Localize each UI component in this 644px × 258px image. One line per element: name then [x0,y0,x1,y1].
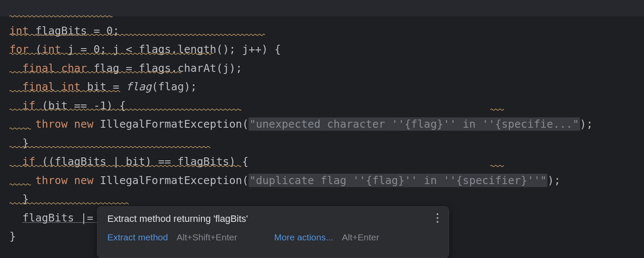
brace-close: } [9,230,16,243]
code-text: . [171,62,177,74]
keyword-for: for [9,43,29,55]
keyword-if: if [22,155,35,168]
identifier-flags: flags [139,43,171,55]
code-text [94,174,100,187]
code-text [67,174,74,187]
code-text: ) { [106,99,126,112]
code-text: ); [547,174,560,187]
keyword-throw: throw [35,174,67,187]
intention-title: Extract method returning 'flagBits' [107,213,440,224]
code-text [67,118,74,130]
code-text: ; [100,43,113,55]
code-text: ( [242,118,249,130]
keyword-int: int [9,25,29,37]
kebab-icon[interactable] [434,212,441,224]
code-text: ( [242,174,249,187]
keyword-new: new [74,174,94,187]
identifier-flag: flag [94,62,119,74]
keyword-char: char [61,62,87,74]
code-text: ((flagBits | bit) == flagBits) { [35,155,249,168]
identifier-bit: bit [87,80,106,93]
code-text: = [87,25,106,37]
keyword-int: int [42,43,61,55]
code-text [55,80,61,93]
identifier-flagbits: flagBits [35,25,87,37]
method-charat: charAt [177,62,216,74]
shortcut-hint: Alt+Enter [342,232,379,243]
identifier-j: j [113,43,119,55]
intention-popup[interactable]: Extract method returning 'flagBits' Extr… [97,206,449,258]
keyword-final: final [22,80,55,93]
keyword-throw: throw [35,118,67,130]
code-text: = [106,80,126,93]
code-text: (); [216,43,242,55]
code-text: (flag); [152,80,197,93]
folded-string-literal[interactable]: "unexpected character ''{flag}'' in ''{s… [249,117,580,131]
folded-string-literal[interactable]: "duplicate flag ''{flag}'' in ''{specifi… [249,174,547,187]
code-text: ( [29,43,42,55]
class-illegalformatexception: IllegalFormatException [100,118,242,130]
code-text: = [74,43,94,55]
code-editor-viewport[interactable]: int flagBits = 0; for (int j = 0; j < fl… [0,0,644,258]
code-text [87,62,94,74]
code-text [94,118,100,130]
code-text: (j); [216,62,242,74]
code-text [61,43,67,55]
method-flag: flag [126,80,152,93]
identifier-flags: flags [139,62,171,74]
keyword-int: int [61,80,80,93]
identifier-j: j [242,43,249,55]
extract-method-action[interactable]: Extract method [107,232,168,243]
number-literal: 0 [94,43,100,55]
number-literal: 1 [100,99,106,112]
code-text [81,80,87,93]
keyword-new: new [74,118,94,130]
more-actions-action[interactable]: More actions... [274,232,333,243]
code-text [55,62,61,74]
class-illegalformatexception: IllegalFormatException [100,174,242,187]
brace-close: } [22,137,29,149]
code-text: (bit == - [35,99,100,112]
code-text: ; [113,25,119,37]
keyword-final: final [22,62,55,74]
code-text: ); [580,118,593,130]
brace-close: } [22,193,29,205]
code-text: = [119,62,139,74]
code-text: . [171,43,177,55]
keyword-if: if [22,99,35,112]
code-text: ++) { [249,43,281,55]
identifier-j: j [67,43,74,55]
number-literal: 0 [106,25,113,37]
method-length: length [177,43,216,55]
code-text: < [119,43,139,55]
shortcut-hint: Alt+Shift+Enter [176,232,237,243]
